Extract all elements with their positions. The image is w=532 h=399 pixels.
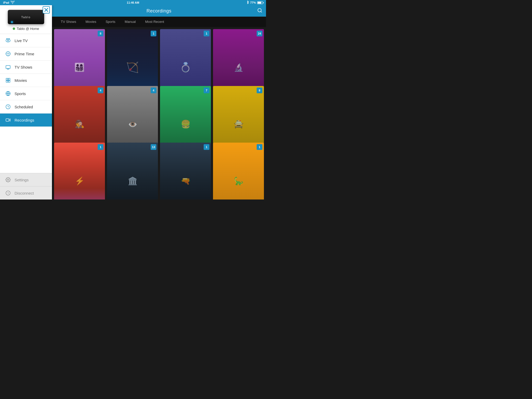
shows-grid: 👨‍👩‍👧‍👦 American Housewife 8 🏹 Arrow 1	[52, 27, 266, 200]
sidebar-footer-label: Settings	[15, 178, 29, 182]
device-status-label: Tablo @ Home	[17, 27, 39, 31]
status-bar-left: iPad	[3, 1, 15, 4]
episode-badge: 13	[151, 144, 156, 150]
svg-point-2	[6, 39, 10, 42]
tabs-bar: TV Shows Movies Sports Manual Most Recen…	[52, 17, 266, 27]
tab-manual[interactable]: Manual	[120, 17, 141, 27]
episode-badge: 1	[257, 144, 262, 150]
sidebar: Tablo Tablo @ Home Live T	[0, 5, 52, 200]
search-button[interactable]	[257, 8, 262, 14]
close-sidebar-button[interactable]	[43, 6, 50, 14]
episode-badge: 1	[204, 31, 209, 36]
wifi-icon	[11, 1, 15, 4]
status-bar: iPad 11:46 AM 77%	[0, 0, 266, 5]
eye-icon	[5, 38, 11, 43]
status-bar-right: 77%	[246, 1, 263, 5]
episode-badge: 4	[98, 88, 103, 93]
episode-badge: 8	[98, 31, 103, 36]
sidebar-item-disconnect[interactable]: Disconnect	[0, 186, 52, 200]
basketball-icon	[5, 91, 11, 96]
sidebar-item-scheduled[interactable]: Scheduled	[0, 100, 52, 114]
show-card-diehard[interactable]: 🔫 Bruce Willis Die Hard 1	[160, 143, 211, 200]
episode-badge: 1	[151, 31, 156, 36]
video-icon	[5, 117, 11, 123]
device-status: Tablo @ Home	[13, 27, 39, 31]
show-art: 🔫	[160, 143, 211, 200]
sidebar-item-live-tv[interactable]: Live TV	[0, 34, 52, 47]
sidebar-item-tv-shows[interactable]: TV Shows	[0, 61, 52, 74]
gear-icon	[5, 177, 11, 183]
compass-icon	[5, 51, 11, 57]
episode-badge: 1	[204, 144, 209, 150]
sidebar-item-settings[interactable]: Settings	[0, 173, 52, 186]
page-title: Recordings	[147, 8, 171, 14]
episode-badge: 1	[98, 144, 103, 150]
sidebar-item-sports[interactable]: Sports	[0, 87, 52, 100]
sidebar-item-label: Movies	[15, 78, 27, 83]
tab-sports[interactable]: Sports	[101, 17, 120, 27]
show-art: 🦕	[213, 143, 264, 200]
main-content: Recordings TV Shows Movies Sports Manual	[52, 5, 266, 200]
sidebar-item-prime-time[interactable]: Prime Time	[0, 47, 52, 61]
status-bar-time: 11:46 AM	[127, 1, 139, 4]
sidebar-item-label: Sports	[15, 91, 26, 96]
device-brand: Tablo	[21, 16, 31, 19]
bolt-icon	[5, 190, 11, 196]
tab-tv-shows[interactable]: TV Shows	[56, 17, 81, 27]
svg-point-8	[8, 53, 8, 54]
episode-badge: 4	[151, 88, 156, 93]
svg-rect-23	[6, 119, 9, 121]
svg-rect-20	[8, 81, 10, 82]
svg-rect-19	[6, 81, 8, 82]
sidebar-item-recordings[interactable]: Recordings	[0, 114, 52, 127]
sidebar-item-label: TV Shows	[15, 65, 32, 69]
sidebar-item-label: Prime Time	[15, 52, 34, 56]
tab-movies[interactable]: Movies	[81, 17, 101, 27]
episode-badge: 7	[204, 88, 209, 93]
grid-icon	[5, 77, 11, 83]
episode-badge: 8	[257, 88, 262, 93]
show-card-dinosaur[interactable]: 🦕 Dinosaur Train 1	[213, 143, 264, 200]
battery-icon	[257, 1, 263, 4]
show-art: ⚡	[54, 143, 105, 200]
app-container: Tablo Tablo @ Home Live T	[0, 5, 266, 200]
device-image: Tablo	[8, 10, 44, 24]
top-bar: Recordings	[52, 5, 266, 17]
sidebar-item-movies[interactable]: Movies	[0, 74, 52, 87]
sidebar-item-label: Recordings	[15, 118, 34, 122]
nav-list: Live TV Prime Time	[0, 34, 52, 173]
sidebar-item-label: Live TV	[15, 38, 28, 43]
tv-icon	[5, 64, 11, 70]
bluetooth-icon	[246, 1, 249, 5]
svg-rect-17	[6, 78, 8, 80]
sidebar-item-label: Scheduled	[15, 105, 33, 109]
svg-rect-18	[8, 78, 10, 80]
tab-most-recent[interactable]: Most Recent	[141, 17, 169, 27]
show-card-legends[interactable]: ⚡ DC's Legends of Tomorrow 1	[54, 143, 105, 200]
episode-badge: 24	[257, 31, 262, 36]
device-name-label: iPad	[3, 1, 9, 4]
battery-percent: 77%	[250, 1, 256, 4]
show-art: 🏛️	[107, 143, 158, 200]
online-indicator	[13, 28, 15, 30]
sidebar-footer-label: Disconnect	[15, 191, 34, 195]
clock-icon	[5, 104, 11, 110]
svg-point-24	[8, 179, 9, 181]
svg-rect-13	[6, 65, 10, 69]
show-card-designated[interactable]: 🏛️ Kiefer Sutherland Designated Survivor…	[107, 143, 158, 200]
svg-point-3	[8, 40, 9, 41]
svg-line-28	[261, 11, 262, 12]
sidebar-footer: Settings Disconnect	[0, 173, 52, 200]
